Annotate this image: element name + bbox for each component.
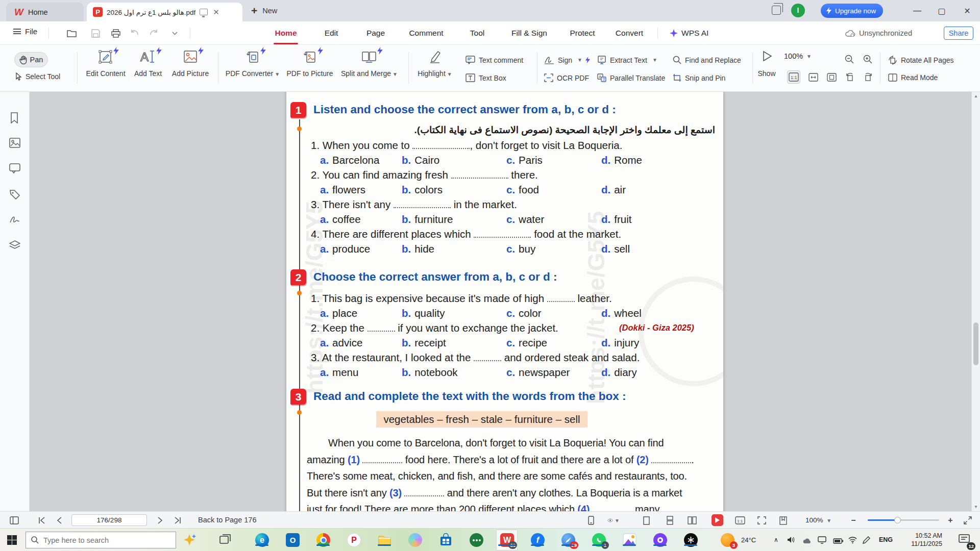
toggle-sidebar-icon[interactable] (8, 514, 20, 527)
close-button[interactable]: ✕ (955, 0, 979, 21)
last-page-button[interactable] (172, 514, 184, 527)
page-number-input[interactable] (71, 514, 147, 526)
split-and-merge-button[interactable]: Split and Merge▼ (341, 49, 397, 78)
tab-home[interactable]: W Home (6, 3, 84, 21)
add-picture-button[interactable]: Add Picture (162, 49, 218, 78)
battery-icon[interactable] (833, 537, 843, 543)
menu-tab-tool[interactable]: Tool (470, 21, 484, 44)
back-to-page-button[interactable]: Back to Page 176 (198, 512, 256, 529)
menu-tab-fill-sign[interactable]: Fill & Sign (511, 21, 547, 44)
first-page-button[interactable] (36, 514, 48, 527)
mobile-transfer-icon[interactable] (585, 514, 597, 527)
two-page-view-icon[interactable] (686, 514, 698, 527)
taskbar-search[interactable] (26, 532, 176, 548)
tray-chevron-up-icon[interactable]: ∧ (774, 529, 778, 551)
app-icon-copilot[interactable] (408, 533, 422, 547)
file-menu[interactable]: File (13, 27, 37, 36)
status-zoom-level[interactable]: 100% ▼ (805, 512, 831, 529)
app-icon-violet[interactable] (653, 533, 667, 547)
snip-and-pin-button[interactable]: Snip and Pin (673, 73, 725, 82)
quickbar-chevron-icon[interactable] (168, 27, 181, 39)
wps-ai-button[interactable]: WPS AI (670, 21, 708, 44)
app-icon-green[interactable] (470, 533, 483, 547)
pdf-to-picture-button[interactable]: PDF to Picture (282, 49, 338, 78)
workspace-windows-icon[interactable] (772, 6, 781, 15)
rotate-right-icon[interactable] (862, 70, 875, 84)
pdf-converter-button[interactable]: PDF Converter▼ (225, 49, 281, 78)
display-icon[interactable] (818, 536, 827, 544)
print-icon[interactable] (110, 27, 122, 39)
tray-security-icon[interactable]: 3 (721, 533, 734, 547)
zoom-slider-knob[interactable] (894, 517, 901, 523)
single-page-view-icon[interactable] (640, 514, 652, 527)
text-box-button[interactable]: Text Box (465, 73, 506, 82)
menu-tab-protect[interactable]: Protect (570, 21, 595, 44)
sign-button[interactable]: Sign▼ (544, 56, 591, 64)
zoom-in-icon[interactable] (862, 53, 874, 65)
zoom-slider[interactable] (868, 519, 939, 521)
signature-icon[interactable] (9, 215, 20, 226)
app-icon-wps[interactable]: W 31 (500, 533, 514, 547)
bookmarks-icon[interactable] (9, 112, 20, 123)
scroll-up-icon[interactable]: ▲ (974, 94, 978, 98)
play-read-button[interactable] (712, 514, 723, 526)
parallel-translate-button[interactable]: A文 Parallel Translate (597, 73, 665, 82)
pen-icon[interactable] (863, 536, 871, 544)
menu-tab-home[interactable]: Home (275, 21, 297, 44)
app-icon-edge[interactable]: e (255, 533, 269, 547)
new-tab-button[interactable]: + New (251, 4, 277, 17)
task-view-icon[interactable] (218, 533, 232, 547)
notification-center-icon[interactable]: 12 (959, 534, 972, 548)
menu-tab-edit[interactable]: Edit (325, 21, 338, 44)
app-icon-facebook[interactable]: f (531, 533, 545, 547)
actual-size-status-icon[interactable]: 1:1 (734, 514, 746, 527)
menu-tab-page[interactable]: Page (366, 21, 385, 44)
menu-tab-convert[interactable]: Convert (616, 21, 643, 44)
redo-icon[interactable] (148, 27, 160, 39)
select-tool-button[interactable]: Select Tool (15, 72, 60, 81)
app-icon-outlook[interactable]: O (286, 533, 300, 547)
continuous-view-icon[interactable] (664, 514, 676, 527)
user-avatar[interactable]: I (791, 4, 805, 17)
actual-size-button[interactable]: 1:1 (787, 70, 800, 84)
minimize-button[interactable]: — (905, 0, 929, 21)
wifi-icon[interactable] (848, 536, 857, 543)
rotate-all-pages-button[interactable]: Rotate All Pages (888, 56, 954, 65)
volume-icon[interactable] (787, 536, 796, 544)
bookmark-view-icon[interactable] (777, 514, 789, 527)
weather-temperature[interactable]: 24°C (741, 529, 756, 551)
open-file-icon[interactable] (65, 27, 78, 39)
app-icon-whatsapp[interactable]: 1 (592, 533, 606, 547)
scrollbar-thumb[interactable] (973, 322, 978, 365)
zoom-plus-icon[interactable]: + (944, 514, 957, 527)
extract-text-button[interactable]: Extract Text▼ (597, 56, 657, 64)
comments-icon[interactable] (9, 163, 20, 174)
document-scrollbar[interactable]: ▲ ▼ (971, 92, 980, 511)
save-icon[interactable] (89, 27, 102, 39)
maximize-button[interactable]: ▢ (930, 0, 953, 21)
highlight-button[interactable]: Highlight▼ (408, 49, 461, 78)
onedrive-icon[interactable] (802, 537, 812, 544)
menu-tab-comment[interactable]: Comment (409, 21, 443, 44)
app-icon-pinterest[interactable]: P (347, 533, 361, 547)
previous-page-button[interactable] (53, 514, 65, 527)
search-highlights-icon[interactable] (183, 533, 197, 547)
app-icon-ms-store[interactable] (439, 533, 453, 547)
undo-icon[interactable] (129, 27, 141, 39)
labels-icon[interactable] (9, 189, 20, 201)
rotate-left-icon[interactable] (843, 70, 856, 84)
ocr-pdf-button[interactable]: OCR PDF (544, 73, 589, 82)
search-input[interactable] (43, 536, 156, 544)
tab-close-icon[interactable]: ✕ (213, 8, 219, 17)
zoom-out-icon[interactable] (843, 53, 855, 65)
zoom-level-dropdown[interactable]: 100% ▼ (784, 52, 812, 60)
language-indicator[interactable]: ENG (879, 529, 893, 551)
taskbar-clock[interactable]: 10:52 AM 11/11/2025 (899, 532, 942, 548)
scroll-down-icon[interactable]: ▼ (974, 505, 978, 509)
upgrade-button[interactable]: Upgrade now (821, 4, 883, 18)
eye-protect-icon[interactable]: ▼ (607, 514, 620, 527)
share-button[interactable]: Share (944, 27, 973, 40)
thumbnails-icon[interactable] (9, 138, 20, 149)
pan-button[interactable]: Pan (14, 52, 48, 67)
fit-page-button[interactable] (825, 70, 838, 84)
